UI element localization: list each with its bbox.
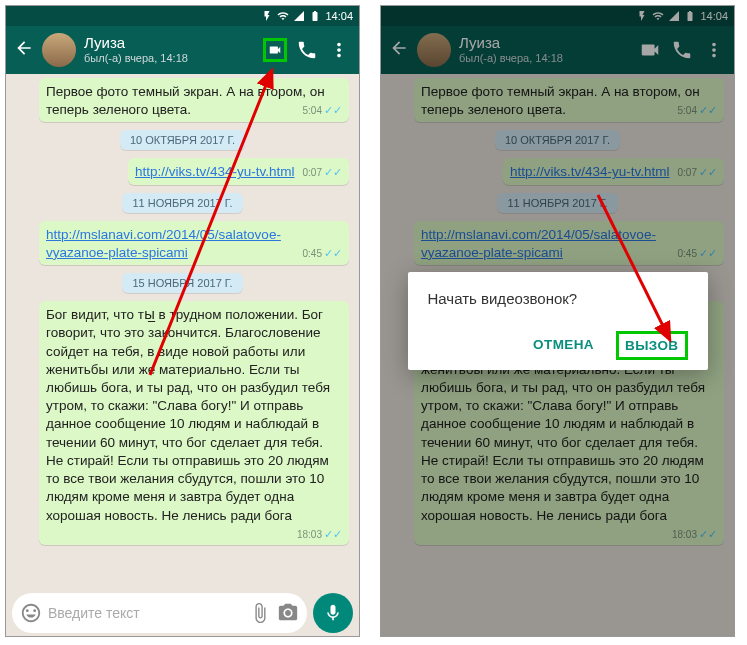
message-link[interactable]: http://mslanavi.com/2014/05/salatovoe-vy… [46,227,281,260]
message-time: 5:04✓✓ [303,103,342,118]
read-ticks-icon: ✓✓ [324,103,342,118]
message-text: Бог видит, что ты̲ в трудном положении. … [46,307,330,522]
signal-icon [293,10,305,22]
status-time: 14:04 [325,10,353,22]
attach-icon[interactable] [249,602,271,624]
message-bubble[interactable]: Первое фото темный экран. А на втором, о… [39,78,349,122]
message-time: 18:03✓✓ [297,527,342,542]
date-divider: 15 НОЯБРЯ 2017 Г. [122,273,242,293]
battery-icon [309,10,321,22]
date-divider: 11 НОЯБРЯ 2017 Г. [122,193,242,213]
chat-area[interactable]: Первое фото темный экран. А на втором, о… [6,74,359,590]
call-button[interactable]: ВЫЗОВ [616,331,688,360]
contact-info[interactable]: Луиза был(-а) вчера, 14:18 [84,34,255,65]
input-placeholder: Введите текст [48,605,243,621]
mic-icon [323,603,343,623]
status-bar: 14:04 [6,6,359,26]
menu-button[interactable] [327,38,351,62]
camera-icon[interactable] [277,602,299,624]
read-ticks-icon: ✓✓ [324,165,342,180]
phone-screenshot-2: 14:04 Луиза был(-а) вчера, 14:18 Первое … [380,5,735,637]
emoji-icon[interactable] [20,602,42,624]
message-text: Первое фото темный экран. А на втором, о… [46,84,325,117]
video-icon [268,39,282,61]
date-divider: 10 ОКТЯБРЯ 2017 Г. [120,130,245,150]
dialog-overlay[interactable]: Начать видеозвонок? ОТМЕНА ВЫЗОВ [381,6,734,636]
voice-call-button[interactable] [295,38,319,62]
message-bubble[interactable]: http://viks.tv/434-yu-tv.html 0:07✓✓ [128,158,349,184]
mic-button[interactable] [313,593,353,633]
video-call-button[interactable] [263,38,287,62]
phone-screenshot-1: 14:04 Луиза был(-а) вчера, 14:18 Первое … [5,5,360,637]
message-input[interactable]: Введите текст [12,593,307,633]
message-link[interactable]: http://viks.tv/434-yu-tv.html [135,164,295,179]
contact-name: Луиза [84,34,255,52]
phone-icon [296,39,318,61]
message-bubble[interactable]: Бог видит, что ты̲ в трудном положении. … [39,301,349,544]
read-ticks-icon: ✓✓ [324,246,342,261]
dialog-title: Начать видеозвонок? [428,290,688,307]
input-row: Введите текст [6,590,359,636]
read-ticks-icon: ✓✓ [324,527,342,542]
notification-icon [261,10,273,22]
contact-status: был(-а) вчера, 14:18 [84,52,255,65]
message-time: 0:07✓✓ [303,165,342,180]
dots-icon [328,39,350,61]
dialog-actions: ОТМЕНА ВЫЗОВ [428,331,688,360]
back-button[interactable] [14,38,34,62]
chat-header: Луиза был(-а) вчера, 14:18 [6,26,359,74]
message-time: 0:45✓✓ [303,246,342,261]
video-call-dialog: Начать видеозвонок? ОТМЕНА ВЫЗОВ [408,272,708,370]
avatar[interactable] [42,33,76,67]
cancel-button[interactable]: ОТМЕНА [529,331,598,360]
message-bubble[interactable]: http://mslanavi.com/2014/05/salatovoe-vy… [39,221,349,265]
wifi-icon [277,10,289,22]
